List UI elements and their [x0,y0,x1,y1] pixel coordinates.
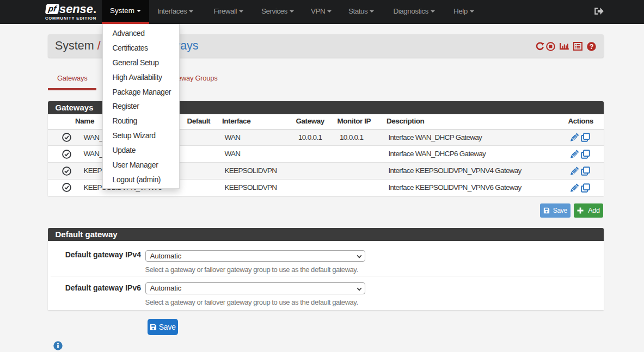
svg-text:?: ? [589,42,593,50]
